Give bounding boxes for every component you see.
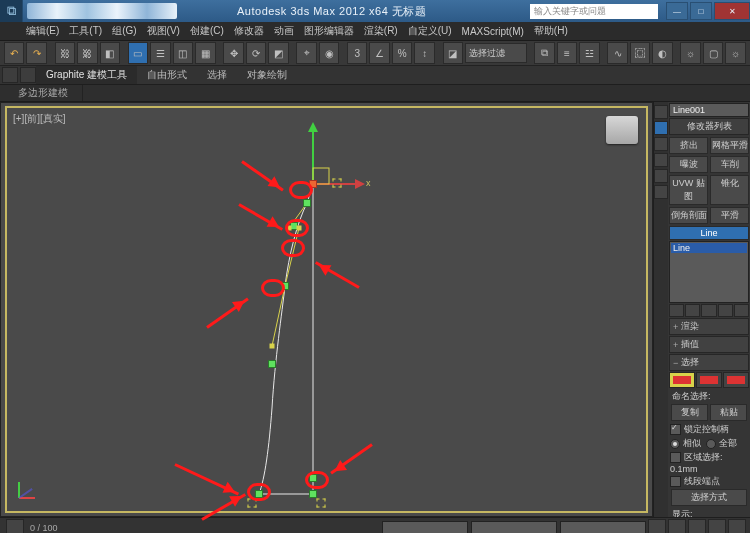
object-name-field[interactable]: Line001 (669, 103, 749, 117)
select-by-button[interactable]: 选择方式 (671, 489, 747, 506)
area-select-check[interactable]: 区域选择: 0.1mm (670, 451, 748, 474)
unlink-button[interactable]: ⛓̸ (77, 42, 97, 64)
tab-modify-icon[interactable] (654, 121, 668, 135)
menu-help[interactable]: 帮助(H) (534, 24, 568, 38)
vertex[interactable] (268, 360, 276, 368)
vertex[interactable] (309, 490, 317, 498)
render-button[interactable]: ☼ (725, 42, 745, 64)
snap-3-button[interactable]: 3 (347, 42, 367, 64)
mod-btn-extrude[interactable]: 挤出 (669, 137, 708, 154)
coord-z-field[interactable] (560, 521, 646, 534)
undo-button[interactable]: ↶ (4, 42, 24, 64)
show-end-button[interactable] (685, 304, 700, 317)
subobj-vertex-button[interactable] (669, 372, 695, 388)
subobj-segment-button[interactable] (696, 372, 722, 388)
ribbon-toggle-2[interactable] (20, 67, 36, 83)
tab-display-icon[interactable] (654, 169, 668, 183)
mod-btn-uvw[interactable]: UVW 贴图 (669, 175, 708, 205)
minimize-button[interactable]: — (666, 2, 688, 20)
render-setup-button[interactable]: ☼ (680, 42, 700, 64)
mod-btn-noise[interactable]: 曝波 (669, 156, 708, 173)
segment-end-check[interactable]: 线段端点 (670, 475, 748, 488)
ribbon-panel-polymodel[interactable]: 多边形建模 (4, 85, 83, 101)
center-button[interactable]: ◉ (319, 42, 339, 64)
bind-button[interactable]: ◧ (100, 42, 120, 64)
ribbon-tab-paint[interactable]: 对象绘制 (237, 66, 297, 84)
mod-btn-bevelprof[interactable]: 倒角剖面 (669, 207, 708, 224)
curve-editor-button[interactable]: ∿ (607, 42, 627, 64)
rollout-interp[interactable]: 插值 (669, 336, 749, 353)
tab-motion-icon[interactable] (654, 153, 668, 167)
render-frame-button[interactable]: ▢ (703, 42, 723, 64)
app-icon[interactable]: ⧉ (0, 0, 23, 22)
rollout-render[interactable]: 渲染 (669, 318, 749, 335)
modifier-stack-item[interactable]: Line (671, 243, 747, 253)
layer-button[interactable]: ☳ (579, 42, 599, 64)
status-lock-button[interactable] (6, 519, 24, 533)
select-button[interactable]: ▭ (128, 42, 148, 64)
bezier-handle[interactable] (270, 344, 275, 349)
status-grid-button[interactable] (648, 519, 666, 533)
vertex[interactable] (303, 199, 311, 207)
tab-utility-icon[interactable] (654, 185, 668, 199)
menu-group[interactable]: 组(G) (112, 24, 136, 38)
modifier-list-header[interactable]: 修改器列表 (669, 118, 749, 135)
close-button[interactable]: ✕ (714, 2, 750, 20)
coord-x-field[interactable] (382, 521, 468, 534)
menu-create[interactable]: 创建(C) (190, 24, 224, 38)
window-crossing-button[interactable]: ▦ (195, 42, 215, 64)
configure-button[interactable] (734, 304, 749, 317)
menu-script[interactable]: MAXScript(M) (462, 26, 524, 37)
rollout-select[interactable]: 选择 (669, 354, 749, 371)
material-button[interactable]: ◐ (652, 42, 672, 64)
menu-edit[interactable]: 编辑(E) (26, 24, 59, 38)
menu-custom[interactable]: 自定义(U) (408, 24, 452, 38)
menu-modifier[interactable]: 修改器 (234, 24, 264, 38)
ribbon-toggle-1[interactable] (2, 67, 18, 83)
named-sel-button[interactable]: ◪ (443, 42, 463, 64)
mod-btn-smooth[interactable]: 平滑 (710, 207, 749, 224)
ribbon-tab-graphite[interactable]: Graphite 建模工具 (36, 66, 137, 84)
selection-filter-combo[interactable]: 选择过滤 (465, 43, 527, 63)
move-button[interactable]: ✥ (223, 42, 243, 64)
select-name-button[interactable]: ☰ (150, 42, 170, 64)
nav-maximize-button[interactable] (728, 519, 746, 533)
search-input[interactable]: 输入关键字或问题 (530, 4, 658, 19)
similar-radio[interactable]: 相似 全部 (670, 437, 748, 450)
rotate-button[interactable]: ⟳ (246, 42, 266, 64)
select-region-button[interactable]: ◫ (173, 42, 193, 64)
redo-button[interactable]: ↷ (26, 42, 46, 64)
snap-percent-button[interactable]: % (392, 42, 412, 64)
subobj-spline-button[interactable] (723, 372, 749, 388)
scale-button[interactable]: ◩ (268, 42, 288, 64)
modifier-stack[interactable]: Line (669, 241, 749, 303)
menu-render[interactable]: 渲染(R) (364, 24, 398, 38)
tab-create-icon[interactable] (654, 105, 668, 119)
paste-button[interactable]: 粘贴 (710, 404, 747, 421)
pin-stack-button[interactable] (669, 304, 684, 317)
lock-handles-check[interactable]: 锁定控制柄 (670, 423, 748, 436)
menu-tools[interactable]: 工具(T) (69, 24, 102, 38)
snap-angle-button[interactable]: ∠ (369, 42, 389, 64)
ribbon-tab-freeform[interactable]: 自由形式 (137, 66, 197, 84)
menu-anim[interactable]: 动画 (274, 24, 294, 38)
spinner-snap-button[interactable]: ↕ (414, 42, 434, 64)
modifier-combo[interactable]: Line (669, 226, 749, 240)
unique-button[interactable] (701, 304, 716, 317)
mod-btn-meshsmooth[interactable]: 网格平滑 (710, 137, 749, 154)
link-button[interactable]: ⛓ (55, 42, 75, 64)
ribbon-tab-select[interactable]: 选择 (197, 66, 237, 84)
mod-btn-taper[interactable]: 锥化 (710, 175, 749, 205)
mirror-button[interactable]: ⧉ (534, 42, 554, 64)
refsys-button[interactable]: ⌖ (296, 42, 316, 64)
coord-y-field[interactable] (471, 521, 557, 534)
tab-hierarchy-icon[interactable] (654, 137, 668, 151)
remove-mod-button[interactable] (718, 304, 733, 317)
menu-view[interactable]: 视图(V) (147, 24, 180, 38)
mod-btn-lathe[interactable]: 车削 (710, 156, 749, 173)
viewport[interactable]: [+][前][真实] x (0, 102, 653, 517)
maximize-button[interactable]: □ (690, 2, 712, 20)
menu-graph[interactable]: 图形编辑器 (304, 24, 354, 38)
nav-orbit-button[interactable] (708, 519, 726, 533)
schematic-button[interactable]: ⿴ (630, 42, 650, 64)
